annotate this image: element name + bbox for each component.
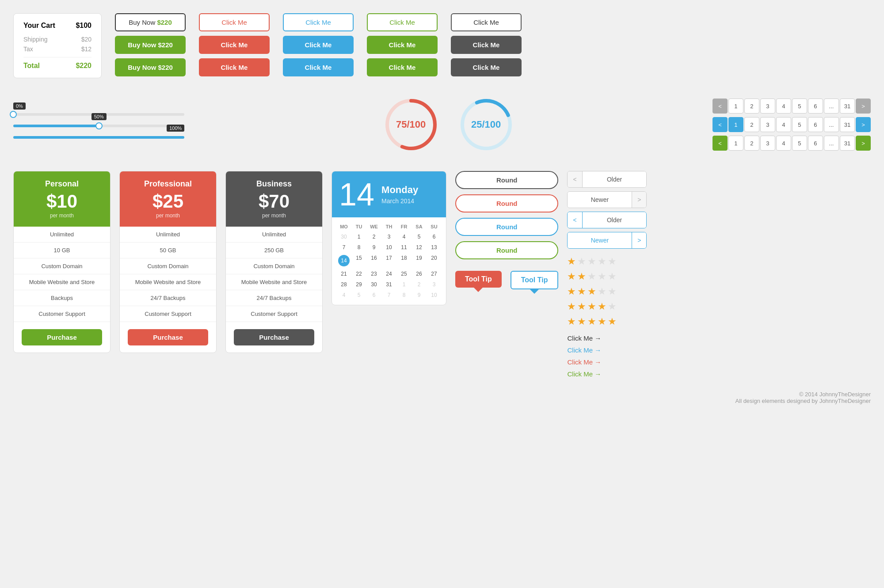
cal-7b[interactable]: 7 <box>381 290 396 300</box>
cal-6[interactable]: 6 <box>427 231 442 242</box>
cal-1b[interactable]: 1 <box>396 279 412 290</box>
cal-1[interactable]: 1 <box>351 231 366 242</box>
round-btn-green[interactable]: Round <box>455 241 558 259</box>
click-me-red-filled2-button[interactable]: Click Me <box>199 58 270 76</box>
pagination-6-b[interactable]: 6 <box>808 117 823 132</box>
star-1-5[interactable]: ★ <box>608 256 617 267</box>
star-2-3[interactable]: ★ <box>587 271 596 282</box>
star-4-4[interactable]: ★ <box>598 301 606 312</box>
star-1-3[interactable]: ★ <box>587 256 596 267</box>
cal-12[interactable]: 12 <box>412 242 427 253</box>
buy-now-green2-button[interactable]: Buy Now $220 <box>115 58 186 76</box>
pagination-1-blue[interactable]: 1 <box>728 117 743 132</box>
click-me-blue-filled2-button[interactable]: Click Me <box>283 58 354 76</box>
star-5-4[interactable]: ★ <box>598 316 606 327</box>
pagination-4-g[interactable]: 4 <box>776 136 791 151</box>
slider-100-track[interactable] <box>13 136 184 139</box>
click-me-red-outline-button[interactable]: Click Me <box>199 13 270 31</box>
star-1-1[interactable]: ★ <box>567 256 576 267</box>
click-me-blue-filled1-button[interactable]: Click Me <box>283 36 354 54</box>
star-2-4[interactable]: ★ <box>598 271 606 282</box>
pagination-5[interactable]: 5 <box>792 99 807 114</box>
cal-29[interactable]: 29 <box>351 279 366 290</box>
pagination-next-blue[interactable]: > <box>856 117 871 132</box>
buy-now-green1-button[interactable]: Buy Now $220 <box>115 36 186 54</box>
personal-purchase-button[interactable]: Purchase <box>22 329 102 345</box>
star-2-5[interactable]: ★ <box>608 271 617 282</box>
star-4-5[interactable]: ★ <box>608 301 617 312</box>
cal-4b[interactable]: 4 <box>336 290 351 300</box>
pagination-3[interactable]: 3 <box>760 99 775 114</box>
star-3-2[interactable]: ★ <box>577 286 586 297</box>
star-2-1[interactable]: ★ <box>567 271 576 282</box>
cal-24[interactable]: 24 <box>381 269 396 279</box>
newer-label-2[interactable]: Newer <box>568 232 632 248</box>
star-3-3[interactable]: ★ <box>587 286 596 297</box>
pagination-1-g[interactable]: 1 <box>728 136 743 151</box>
round-btn-red[interactable]: Round <box>455 194 558 212</box>
pagination-2-b[interactable]: 2 <box>744 117 759 132</box>
cal-8b[interactable]: 8 <box>396 290 412 300</box>
click-me-green-outline-button[interactable]: Click Me <box>367 13 438 31</box>
cal-13[interactable]: 13 <box>427 242 442 253</box>
pagination-2-g[interactable]: 2 <box>744 136 759 151</box>
slider-50-thumb[interactable] <box>95 122 103 129</box>
business-purchase-button[interactable]: Purchase <box>234 329 314 345</box>
star-4-2[interactable]: ★ <box>577 301 586 312</box>
professional-purchase-button[interactable]: Purchase <box>128 329 208 345</box>
star-4-3[interactable]: ★ <box>587 301 596 312</box>
star-2-2[interactable]: ★ <box>577 271 586 282</box>
pagination-1[interactable]: 1 <box>728 99 743 114</box>
cal-30[interactable]: 30 <box>336 231 351 242</box>
cal-18[interactable]: 18 <box>396 253 412 269</box>
cal-26[interactable]: 26 <box>412 269 427 279</box>
cal-20[interactable]: 20 <box>427 253 442 269</box>
cal-4[interactable]: 4 <box>396 231 412 242</box>
pagination-6[interactable]: 6 <box>808 99 823 114</box>
cal-10[interactable]: 10 <box>381 242 396 253</box>
star-5-3[interactable]: ★ <box>587 316 596 327</box>
pagination-prev-blue[interactable]: < <box>713 117 728 132</box>
cal-3b[interactable]: 3 <box>427 279 442 290</box>
click-me-green-filled1-button[interactable]: Click Me <box>367 36 438 54</box>
cal-6b[interactable]: 6 <box>366 290 381 300</box>
cal-5b[interactable]: 5 <box>351 290 366 300</box>
pagination-3-b[interactable]: 3 <box>760 117 775 132</box>
pagination-31-g[interactable]: 31 <box>840 136 855 151</box>
click-me-dark-filled1-button[interactable]: Click Me <box>451 36 522 54</box>
pagination-5-b[interactable]: 5 <box>792 117 807 132</box>
cal-9b[interactable]: 9 <box>412 290 427 300</box>
older-label-1[interactable]: Older <box>583 171 647 187</box>
cal-17[interactable]: 17 <box>381 253 396 269</box>
cal-19[interactable]: 19 <box>412 253 427 269</box>
slider-50-track[interactable] <box>13 125 184 127</box>
star-3-1[interactable]: ★ <box>567 286 576 297</box>
pagination-4-b[interactable]: 4 <box>776 117 791 132</box>
cal-10b[interactable]: 10 <box>427 290 442 300</box>
cal-9[interactable]: 9 <box>366 242 381 253</box>
pagination-31[interactable]: 31 <box>840 99 855 114</box>
pagination-prev-gray[interactable]: < <box>713 99 728 114</box>
star-1-2[interactable]: ★ <box>577 256 586 267</box>
cal-23[interactable]: 23 <box>366 269 381 279</box>
cal-2b[interactable]: 2 <box>412 279 427 290</box>
pagination-2[interactable]: 2 <box>744 99 759 114</box>
click-link-green[interactable]: Click Me → <box>567 370 647 378</box>
cal-31[interactable]: 31 <box>381 279 396 290</box>
click-link-orange[interactable]: Click Me → <box>567 358 647 366</box>
cal-16[interactable]: 16 <box>366 253 381 269</box>
cal-21[interactable]: 21 <box>336 269 351 279</box>
buy-now-outline-button[interactable]: Buy Now $220 <box>115 13 186 31</box>
pagination-3-g[interactable]: 3 <box>760 136 775 151</box>
cal-22[interactable]: 22 <box>351 269 366 279</box>
star-4-1[interactable]: ★ <box>567 301 576 312</box>
cal-14[interactable]: 14 <box>336 253 351 269</box>
cal-8[interactable]: 8 <box>351 242 366 253</box>
cal-7[interactable]: 7 <box>336 242 351 253</box>
star-3-5[interactable]: ★ <box>608 286 617 297</box>
newer-label-1[interactable]: Newer <box>568 192 632 208</box>
star-5-1[interactable]: ★ <box>567 316 576 327</box>
older-label-2[interactable]: Older <box>583 212 647 228</box>
click-me-dark-filled2-button[interactable]: Click Me <box>451 58 522 76</box>
cal-3[interactable]: 3 <box>381 231 396 242</box>
